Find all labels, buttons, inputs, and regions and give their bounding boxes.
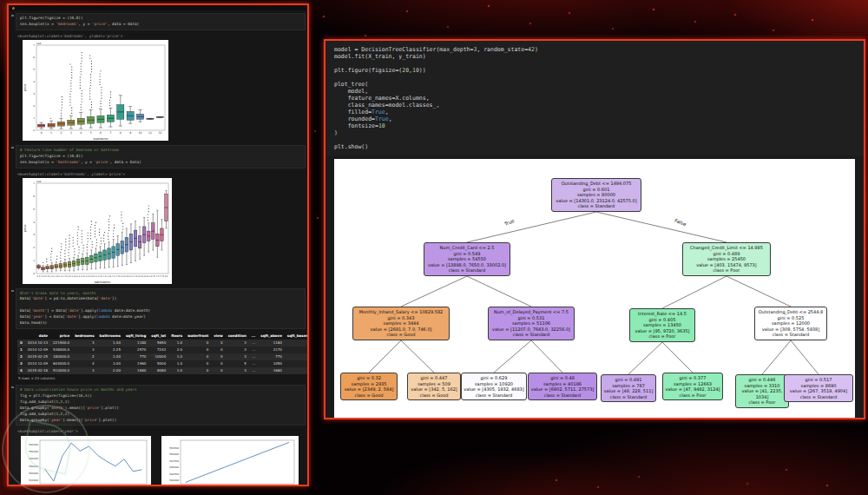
table-cell: 7242 (148, 346, 168, 353)
svg-text:1: 1 (33, 259, 35, 262)
table-cell: 1.0 (168, 353, 185, 360)
svg-text:2014.2: 2014.2 (202, 485, 211, 486)
table-cell: 3 (226, 367, 249, 374)
table-cell: 0 (185, 346, 211, 353)
code-cell-decision-tree[interactable]: model = DecisionTreeClassifier(max_depth… (326, 41, 864, 155)
decision-tree-figure: Outstanding_Debt <= 1494.075gini = 0.601… (334, 159, 855, 419)
table-cell: 0 (285, 353, 309, 360)
svg-text:8.0: 8.0 (165, 274, 168, 277)
table-cell: 1.0 (168, 360, 185, 367)
table-cell: 0 (285, 340, 309, 346)
svg-text:3.25: 3.25 (89, 274, 95, 277)
table-cell: 5 (226, 360, 249, 367)
cell-collapse-icon[interactable] (10, 145, 16, 168)
table-cell: 3.00 (97, 360, 123, 367)
table-cell: 2.25 (97, 346, 123, 353)
svg-text:550000: 550000 (169, 453, 179, 457)
table-cell: sqft_living (123, 333, 148, 340)
watermark-logo (2, 405, 90, 493)
table-cell: 1.0 (168, 367, 185, 374)
table-cell: 2014-12-09 (25, 346, 50, 353)
svg-text:2: 2 (61, 130, 62, 134)
dataframe-output: datepricebedroomsbathroomssqft_livingsqf… (9, 331, 307, 382)
table-cell: 910 (285, 360, 309, 367)
svg-text:bathrooms: bathrooms (95, 280, 110, 283)
svg-text:9: 9 (129, 130, 131, 134)
window-control-dot[interactable] (12, 7, 15, 10)
table-cell: condition (226, 333, 249, 340)
code-cell-boxplot-bedrooms[interactable]: plt.figure(figsize = (10,8))sns.boxplot(… (16, 13, 306, 30)
table-cell: 3 (226, 340, 249, 346)
svg-text:7: 7 (109, 130, 111, 134)
svg-text:6: 6 (100, 130, 102, 134)
svg-text:1e6: 1e6 (36, 179, 42, 182)
code-cell-date-breakdown[interactable]: #let's break date to years, monthsData['… (16, 288, 306, 329)
table-cell: 2.00 (97, 367, 123, 374)
table-cell: ... (249, 333, 259, 340)
cell-collapse-icon[interactable] (10, 288, 16, 329)
output-plot-wrap-2: 0.00.50.751.01.251.51.752.02.252.52.753.… (9, 177, 307, 286)
table-cell: 2.0 (168, 346, 185, 353)
table-cell: 2170 (258, 346, 285, 353)
code-cell-boxplot-bathrooms[interactable]: # Feature like number of bedroom or bath… (16, 145, 306, 168)
svg-text:2014.6: 2014.6 (244, 485, 253, 486)
svg-text:11: 11 (148, 130, 152, 134)
table-cell: 1.0 (168, 340, 185, 346)
table-cell: 0 (285, 367, 309, 374)
table-cell: sqft_above (258, 333, 285, 340)
svg-text:8: 8 (106, 485, 108, 486)
table-cell: waterfront (185, 333, 211, 340)
dataframe-shape-note: 5 rows × 23 columns (17, 374, 307, 380)
tree-leaf-3: gini = 0.629samples = 10920value = [4305… (461, 373, 527, 400)
table-cell: 2 (72, 353, 96, 360)
svg-text:4: 4 (33, 220, 35, 223)
svg-text:4: 4 (33, 80, 35, 83)
svg-text:5: 5 (90, 130, 92, 134)
cell-row-3: #let's break date to years, monthsData['… (10, 288, 306, 329)
svg-text:540000: 540000 (169, 479, 179, 483)
svg-text:6: 6 (33, 194, 35, 197)
table-cell: 1180 (123, 340, 148, 346)
svg-text:545000: 545000 (169, 466, 179, 470)
table-cell: 1180 (258, 340, 285, 346)
table-cell: 2 (17, 353, 25, 360)
svg-text:6.75: 6.75 (151, 274, 156, 277)
table-cell: 400 (285, 346, 309, 353)
table-cell: 3 (226, 353, 249, 360)
table-cell: 2014-12-09 (25, 360, 50, 367)
svg-text:5: 5 (33, 68, 35, 71)
table-cell: 10000 (148, 353, 168, 360)
table-cell: 0 (211, 346, 225, 353)
table-cell: 3 (17, 360, 25, 367)
svg-text:2: 2 (33, 246, 35, 249)
table-row: 32014-12-09604000.043.00196050001.0005..… (17, 360, 309, 367)
table-cell: 1680 (258, 367, 285, 374)
table-cell: 2014-10-13 (25, 340, 50, 346)
tree-node-root: Outstanding_Debt <= 1494.075gini = 0.601… (551, 178, 641, 212)
table-cell: 510000.0 (50, 367, 72, 374)
cell-collapse-icon[interactable] (10, 13, 16, 30)
svg-text:2.75: 2.75 (81, 274, 86, 277)
table-cell: 0 (211, 360, 225, 367)
table-cell: floors (168, 333, 185, 340)
table-cell: bathrooms (97, 333, 123, 340)
table-cell (17, 333, 25, 340)
jupyter-notebook-window-right: model = DecisionTreeClassifier(max_depth… (324, 39, 865, 419)
leaf-icon (20, 419, 76, 475)
svg-text:2014.8: 2014.8 (264, 485, 273, 486)
tree-node-outstanding-debt-2: Outstanding_Debt <= 2544.8gini = 0.525sa… (754, 307, 827, 340)
output-text-axessubplot-bedrooms: <AxesSubplot:xlabel='bedrooms', ylabel='… (9, 32, 307, 39)
table-cell: ... (249, 340, 259, 346)
svg-text:4.75: 4.75 (115, 274, 121, 277)
tree-leaf-7: gini = 0.446samples = 3310value = [41, 2… (735, 374, 789, 408)
lineplot-price-by-year-figure: 5400005425005450005475005500005525002014… (161, 436, 299, 486)
star-speckles (0, 0, 2, 2)
table-cell: 0 (185, 367, 211, 374)
svg-text:1e6: 1e6 (36, 41, 42, 44)
svg-text:5.75: 5.75 (133, 274, 138, 277)
svg-text:547500: 547500 (169, 459, 179, 463)
table-cell: 1050 (258, 360, 285, 367)
tree-leaf-5: gini = 0.491samples = 787value = [48, 22… (601, 374, 656, 402)
dataframe-table: datepricebedroomsbathroomssqft_livingsqf… (17, 333, 309, 374)
table-cell: 770 (258, 353, 285, 360)
